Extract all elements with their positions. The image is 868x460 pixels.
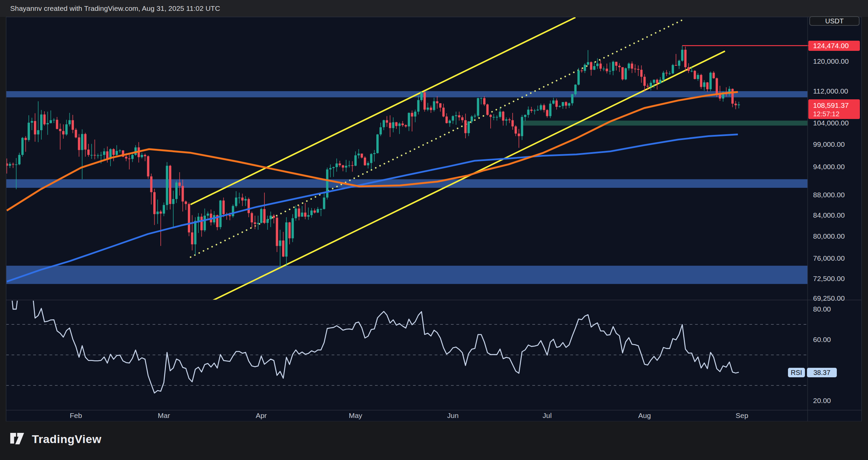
tradingview-chart-screenshot: Shayannv created with TradingView.com, A… bbox=[0, 0, 868, 460]
month-tick: Feb bbox=[61, 411, 91, 420]
zone-resistance bbox=[6, 91, 808, 97]
rsi-value-badge: 38.37 bbox=[807, 368, 837, 377]
rsi-tick: 60.00 bbox=[813, 335, 831, 344]
tradingview-logo-text: TradingView bbox=[32, 433, 101, 446]
month-tick: Apr bbox=[246, 411, 277, 420]
tradingview-logo-link[interactable]: TradingView bbox=[9, 431, 101, 447]
month-tick: Aug bbox=[629, 411, 660, 420]
candle-close-countdown: 12:57:12 bbox=[808, 110, 860, 118]
price-tick: 72,500.00 bbox=[813, 274, 845, 283]
price-tick: 120,000.00 bbox=[813, 57, 849, 66]
ath-price-badge: 124,474.00 bbox=[808, 41, 860, 51]
zone-support bbox=[6, 266, 808, 284]
price-tick: 112,000.00 bbox=[813, 87, 848, 96]
price-tick: 99,000.00 bbox=[813, 140, 845, 149]
month-tick: Jul bbox=[532, 411, 563, 420]
month-tick: May bbox=[340, 411, 371, 420]
price-tick: 76,000.00 bbox=[813, 254, 845, 263]
price-tick: 69,250.00 bbox=[813, 294, 845, 303]
last-price-badge: 108,591.37 12:57:12 bbox=[808, 99, 860, 119]
footer-bar: TradingView bbox=[0, 421, 868, 460]
rsi-tick: 80.00 bbox=[813, 305, 831, 314]
ath-price-value: 124,474.00 bbox=[808, 41, 860, 50]
last-price-value: 108,591.37 bbox=[808, 101, 860, 110]
month-tick: Sep bbox=[727, 411, 757, 420]
month-tick: Jun bbox=[438, 411, 468, 420]
currency-toggle-button[interactable]: USDT bbox=[809, 16, 860, 26]
month-tick: Mar bbox=[149, 411, 179, 420]
zone-support bbox=[6, 179, 808, 188]
price-tick: 104,000.00 bbox=[813, 119, 849, 127]
tradingview-logo-icon bbox=[9, 431, 27, 447]
price-tick: 84,000.00 bbox=[813, 211, 845, 220]
price-tick: 80,000.00 bbox=[813, 232, 845, 241]
chart-canvas[interactable] bbox=[0, 0, 868, 460]
price-tick: 94,000.00 bbox=[813, 162, 845, 171]
price-tick: 88,000.00 bbox=[813, 191, 845, 199]
zone-demand bbox=[522, 121, 808, 126]
rsi-label-badge: RSI bbox=[788, 368, 805, 377]
rsi-tick: 20.00 bbox=[813, 396, 831, 405]
